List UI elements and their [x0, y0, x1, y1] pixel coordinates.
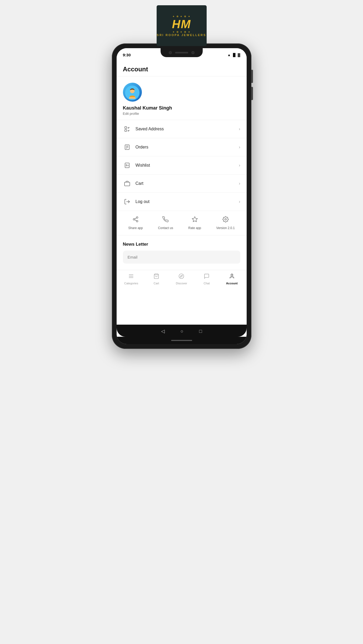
quick-actions: Share app Contact us: [117, 211, 247, 235]
wishlist-chevron: ›: [239, 163, 240, 168]
page-wrapper: ✦ ❋ ✦ ❋ ✦ HM ✦ ❋ ✦ ❋ ✦ SRI ROOPA JEWELLE…: [109, 5, 254, 349]
svg-point-17: [136, 217, 138, 218]
status-time: 9:30: [123, 53, 131, 57]
profile-name: Kaushal Kumar Singh: [123, 105, 240, 111]
profile-section: Kaushal Kumar Singh Edit profile: [117, 76, 247, 120]
categories-icon: [128, 273, 134, 281]
nav-discover-label: Discover: [176, 282, 187, 285]
speaker: [175, 52, 188, 53]
wifi-icon: ▲: [227, 53, 231, 57]
home-button[interactable]: ○: [181, 329, 183, 334]
svg-point-28: [179, 274, 184, 279]
svg-rect-2: [125, 127, 127, 128]
saved-address-icon: [123, 125, 131, 133]
logo-subtitle: SRI ROOPA JEWELLERS: [157, 33, 206, 37]
share-icon: [132, 216, 139, 224]
version-button: Version 2.0.1: [216, 216, 235, 230]
menu-item-cart[interactable]: Cart ›: [117, 175, 247, 193]
svg-line-20: [135, 220, 137, 221]
home-bar: ◁ ○ □: [117, 325, 247, 337]
menu-item-wishlist[interactable]: Wishlist ›: [117, 156, 247, 175]
svg-point-30: [231, 274, 233, 276]
svg-rect-15: [125, 182, 130, 186]
svg-marker-22: [192, 217, 197, 222]
contact-us-label: Contact us: [158, 226, 173, 230]
nav-discover[interactable]: Discover: [173, 273, 189, 285]
avatar-icon: [125, 86, 140, 102]
screen-content: Account: [117, 61, 247, 325]
status-icons: ▲ ▐▌ ▓: [227, 53, 240, 57]
camera2: [191, 51, 195, 54]
orders-icon: [123, 143, 131, 151]
menu-item-logout[interactable]: Log out ›: [117, 193, 247, 211]
page-header: Account: [117, 61, 247, 76]
volume-button: [251, 70, 253, 83]
email-input[interactable]: [123, 251, 240, 264]
svg-rect-12: [125, 163, 129, 168]
svg-point-19: [136, 220, 138, 222]
bottom-indicator: [117, 337, 247, 344]
rate-icon: [192, 216, 198, 224]
cart-icon: [123, 179, 131, 188]
newsletter-section: News Letter: [117, 235, 247, 270]
phone-screen: 9:30 ▲ ▐▌ ▓ Account: [117, 48, 247, 344]
cart-chevron: ›: [239, 181, 240, 186]
menu-item-saved-address[interactable]: Saved Address ›: [117, 120, 247, 138]
saved-address-chevron: ›: [239, 127, 240, 131]
logout-chevron: ›: [239, 199, 240, 204]
version-label: Version 2.0.1: [216, 226, 235, 230]
orders-chevron: ›: [239, 145, 240, 150]
nav-categories-label: Categories: [124, 282, 138, 285]
brand-logo: ✦ ❋ ✦ ❋ ✦ HM ✦ ❋ ✦ ❋ ✦ SRI ROOPA JEWELLE…: [157, 5, 207, 46]
avatar[interactable]: [123, 83, 142, 102]
nav-chat[interactable]: Chat: [199, 273, 215, 285]
orders-label: Orders: [136, 145, 239, 150]
svg-rect-3: [125, 130, 127, 131]
share-app-button[interactable]: Share app: [128, 216, 143, 230]
menu-list: Saved Address › Or: [117, 120, 247, 211]
signal-icon: ▐▌: [232, 53, 237, 57]
rate-app-button[interactable]: Rate app: [188, 216, 201, 230]
nav-chat-icon: [204, 273, 210, 281]
contact-us-button[interactable]: Contact us: [158, 216, 173, 230]
contact-icon: [162, 216, 169, 224]
wishlist-icon: [123, 161, 131, 170]
logo-hm-text: HM: [157, 18, 206, 30]
logout-icon: [123, 197, 131, 206]
camera: [169, 51, 172, 54]
edit-profile-link[interactable]: Edit profile: [123, 112, 240, 116]
saved-address-label: Saved Address: [136, 127, 239, 131]
wishlist-label: Wishlist: [136, 163, 239, 168]
phone-frame: 9:30 ▲ ▐▌ ▓ Account: [112, 43, 251, 349]
nav-categories[interactable]: Categories: [123, 273, 139, 285]
svg-point-23: [225, 219, 226, 220]
volume-button2: [251, 87, 253, 100]
share-app-label: Share app: [128, 226, 143, 230]
page-title: Account: [123, 66, 240, 73]
menu-item-orders[interactable]: Orders ›: [117, 138, 247, 156]
nav-cart[interactable]: Cart: [148, 273, 164, 285]
version-icon: [222, 216, 229, 224]
nav-account[interactable]: Account: [224, 273, 240, 285]
nav-account-label: Account: [226, 282, 238, 285]
back-button[interactable]: ◁: [161, 328, 165, 334]
notch: [161, 48, 203, 57]
rate-app-label: Rate app: [188, 226, 201, 230]
svg-point-18: [133, 219, 135, 220]
battery-icon: ▓: [238, 53, 240, 57]
status-bar: 9:30 ▲ ▐▌ ▓: [117, 48, 247, 61]
cart-label: Cart: [136, 181, 239, 186]
logout-label: Log out: [136, 199, 239, 204]
nav-discover-icon: [178, 273, 184, 281]
svg-line-21: [135, 218, 137, 219]
nav-chat-label: Chat: [203, 282, 210, 285]
bottom-nav: Categories Cart: [117, 270, 247, 289]
nav-cart-icon: [153, 273, 159, 281]
recents-button[interactable]: □: [199, 329, 202, 334]
svg-marker-29: [181, 275, 183, 277]
indicator-pill: [171, 340, 192, 341]
newsletter-title: News Letter: [123, 242, 240, 247]
nav-account-icon: [229, 273, 235, 281]
nav-cart-label: Cart: [154, 282, 159, 285]
